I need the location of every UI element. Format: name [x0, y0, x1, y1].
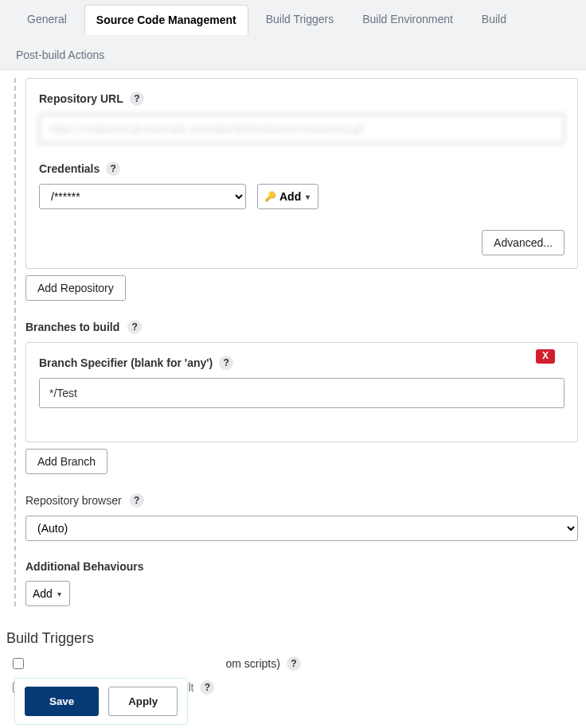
add-credentials-button[interactable]: 🔑 Add ▾: [257, 184, 318, 209]
build-triggers-heading: Build Triggers: [6, 630, 578, 647]
trigger-remote-row: placeholder placeholder placeholder fr o…: [13, 656, 578, 671]
tab-build[interactable]: Build: [471, 5, 518, 34]
tab-scm[interactable]: Source Code Management: [84, 5, 248, 35]
help-icon[interactable]: ?: [130, 493, 144, 508]
branch-specifier-label-row: Branch Specifier (blank for 'any') ?: [39, 356, 565, 370]
behaviours-label: Additional Behaviours: [25, 560, 144, 573]
repo-browser-select[interactable]: (Auto): [25, 516, 578, 541]
drag-track: Repository URL ? Credentials ? /****** 🔑…: [14, 78, 578, 606]
repo-url-input[interactable]: [39, 114, 565, 144]
help-icon[interactable]: ?: [106, 162, 120, 176]
tab-build-environment[interactable]: Build Environment: [351, 5, 464, 34]
branch-specifier-input[interactable]: [39, 378, 565, 408]
help-icon[interactable]: ?: [127, 320, 142, 334]
credentials-select[interactable]: /******: [39, 184, 246, 209]
tab-general[interactable]: General: [16, 5, 78, 34]
behaviours-header: Additional Behaviours: [25, 560, 578, 573]
add-behaviour-button[interactable]: Add ▾: [25, 581, 70, 606]
credentials-label-row: Credentials ?: [39, 162, 565, 176]
help-icon[interactable]: ?: [219, 356, 233, 370]
repo-url-label-row: Repository URL ?: [39, 91, 565, 106]
chevron-down-icon: ▾: [57, 590, 61, 598]
repo-url-label: Repository URL: [39, 92, 123, 105]
help-icon[interactable]: ?: [200, 680, 214, 695]
branch-panel: X Branch Specifier (blank for 'any') ?: [25, 342, 578, 442]
tab-post-build[interactable]: Post-build Actions: [16, 41, 115, 69]
apply-button[interactable]: Apply: [108, 687, 178, 716]
add-repository-button[interactable]: Add Repository: [25, 275, 126, 301]
help-icon[interactable]: ?: [130, 91, 144, 106]
repository-panel: Repository URL ? Credentials ? /****** 🔑…: [25, 78, 578, 269]
chevron-down-icon: ▾: [306, 193, 310, 201]
add-behaviour-label: Add: [33, 587, 53, 600]
branch-specifier-label: Branch Specifier (blank for 'any'): [39, 356, 213, 369]
branches-label: Branches to build: [25, 321, 119, 333]
add-branch-button[interactable]: Add Branch: [25, 449, 107, 474]
tabs-bar: General Source Code Management Build Tri…: [0, 0, 586, 70]
key-icon: 🔑: [264, 191, 276, 202]
help-icon[interactable]: ?: [287, 656, 301, 671]
repo-browser-label: Repository browser: [25, 494, 122, 507]
credentials-row: /****** 🔑 Add ▾: [39, 184, 565, 209]
delete-branch-button[interactable]: X: [536, 349, 555, 364]
credentials-label: Credentials: [39, 162, 100, 175]
save-button[interactable]: Save: [25, 687, 99, 716]
trigger-remote-checkbox[interactable]: [13, 658, 24, 669]
trigger-remote-partial-label: om scripts): [225, 657, 279, 670]
footer-bar: Save Apply: [14, 678, 188, 725]
content-area: Repository URL ? Credentials ? /****** 🔑…: [0, 70, 586, 728]
advanced-button[interactable]: Advanced...: [482, 230, 565, 255]
branches-section-header: Branches to build ?: [25, 320, 578, 334]
tab-build-triggers[interactable]: Build Triggers: [255, 5, 346, 34]
add-credentials-label: Add: [279, 190, 301, 203]
repo-browser-header: Repository browser ?: [25, 493, 578, 508]
advanced-row: Advanced...: [39, 230, 565, 255]
